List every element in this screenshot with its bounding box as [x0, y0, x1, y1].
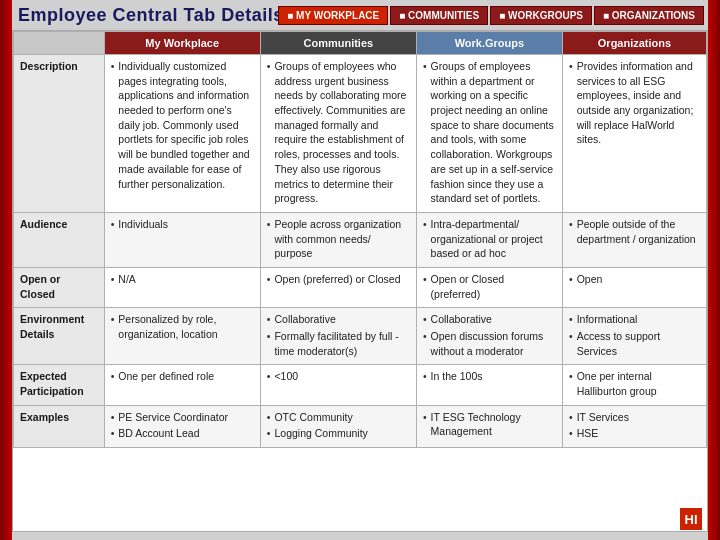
cell-openclosed-comm: Open (preferred) or Closed — [260, 267, 416, 307]
bullet-audience-comm: People across organization with common n… — [267, 217, 410, 261]
row-label-participation: Expected Participation — [14, 365, 105, 405]
bullet-openclosed-org: Open — [569, 272, 700, 287]
row-label-openclosed: Open or Closed — [14, 267, 105, 307]
organizations-icon: ■ — [603, 10, 609, 21]
cell-participation-wg: In the 100s — [416, 365, 562, 405]
cell-examples-org: IT Services HSE — [562, 405, 706, 447]
th-myworkplace: My Workplace — [104, 32, 260, 55]
bullet-examples-comm-2: Logging Community — [267, 426, 410, 441]
cell-description-mw: Individually customized pages integratin… — [104, 55, 260, 213]
bullet-envdetails-org-2: Access to support Services — [569, 329, 700, 358]
bullet-audience-wg: Intra-departmental/ organizational or pr… — [423, 217, 556, 261]
cell-description-org: Provides information and services to all… — [562, 55, 706, 213]
top-nav: ■ MY WORKPLACE ■ COMMUNITIES ■ WORKGROUP… — [278, 0, 708, 28]
myworkplace-icon: ■ — [287, 10, 293, 21]
bullet-envdetails-comm-2: Formally facilitated by full -time moder… — [267, 329, 410, 358]
table-row: Environment Details Personalized by role… — [14, 308, 707, 365]
cell-envdetails-mw: Personalized by role, organization, loca… — [104, 308, 260, 365]
title-bar: Employee Central Tab Details ■ MY WORKPL… — [12, 0, 708, 30]
cell-audience-wg: Intra-departmental/ organizational or pr… — [416, 212, 562, 267]
bullet-envdetails-comm-1: Collaborative — [267, 312, 410, 327]
bullet-description-mw: Individually customized pages integratin… — [111, 59, 254, 191]
nav-btn-workgroups[interactable]: ■ WORKGROUPS — [490, 6, 592, 25]
nav-btn-myworkplace[interactable]: ■ MY WORKPLACE — [278, 6, 388, 25]
cell-openclosed-mw: N/A — [104, 267, 260, 307]
table-row: Open or Closed N/A Open (preferred) or C… — [14, 267, 707, 307]
cell-envdetails-comm: Collaborative Formally facilitated by fu… — [260, 308, 416, 365]
bullet-envdetails-mw: Personalized by role, organization, loca… — [111, 312, 254, 341]
bullet-participation-org: One per internal Halliburton group — [569, 369, 700, 398]
bullet-participation-wg: In the 100s — [423, 369, 556, 384]
bullet-description-comm: Groups of employees who address urgent b… — [267, 59, 410, 206]
cell-envdetails-org: Informational Access to support Services — [562, 308, 706, 365]
communities-icon: ■ — [399, 10, 405, 21]
cell-description-wg: Groups of employees within a department … — [416, 55, 562, 213]
th-workgroups: Work.Groups — [416, 32, 562, 55]
bullet-openclosed-comm: Open (preferred) or Closed — [267, 272, 410, 287]
cell-openclosed-wg: Open or Closed (preferred) — [416, 267, 562, 307]
bullet-openclosed-mw: N/A — [111, 272, 254, 287]
row-label-envdetails: Environment Details — [14, 308, 105, 365]
nav-btn-communities[interactable]: ■ COMMUNITIES — [390, 6, 488, 25]
bullet-envdetails-org-1: Informational — [569, 312, 700, 327]
cell-examples-wg: IT ESG Technology Management — [416, 405, 562, 447]
bullet-envdetails-wg-1: Collaborative — [423, 312, 556, 327]
bullet-audience-mw: Individuals — [111, 217, 254, 232]
right-decoration — [708, 0, 720, 540]
left-decoration — [0, 0, 12, 540]
workgroups-icon: ■ — [499, 10, 505, 21]
bullet-envdetails-wg-2: Open discussion forums without a moderat… — [423, 329, 556, 358]
cell-envdetails-wg: Collaborative Open discussion forums wit… — [416, 308, 562, 365]
th-organizations: Organizations — [562, 32, 706, 55]
table-row: Audience Individuals People across organ… — [14, 212, 707, 267]
bullet-audience-org: People outside of the department / organ… — [569, 217, 700, 246]
th-communities: Communities — [260, 32, 416, 55]
content-area: My Workplace Communities Work.Groups Org… — [12, 30, 708, 532]
cell-participation-mw: One per defined role — [104, 365, 260, 405]
cell-examples-mw: PE Service Coordinator BD Account Lead — [104, 405, 260, 447]
bullet-examples-mw-1: PE Service Coordinator — [111, 410, 254, 425]
bullet-examples-org-1: IT Services — [569, 410, 700, 425]
bullet-participation-mw: One per defined role — [111, 369, 254, 384]
bullet-description-org: Provides information and services to all… — [569, 59, 700, 147]
bullet-examples-mw-2: BD Account Lead — [111, 426, 254, 441]
bullet-participation-comm: <100 — [267, 369, 410, 384]
bullet-examples-org-2: HSE — [569, 426, 700, 441]
bullet-examples-comm-1: OTC Community — [267, 410, 410, 425]
page-wrapper: Employee Central Tab Details ■ MY WORKPL… — [0, 0, 720, 540]
bullet-examples-wg-1: IT ESG Technology Management — [423, 410, 556, 439]
cell-audience-comm: People across organization with common n… — [260, 212, 416, 267]
bullet-openclosed-wg: Open or Closed (preferred) — [423, 272, 556, 301]
cell-audience-mw: Individuals — [104, 212, 260, 267]
main-table: My Workplace Communities Work.Groups Org… — [13, 31, 707, 448]
table-row: Description Individually customized page… — [14, 55, 707, 213]
th-empty — [14, 32, 105, 55]
cell-participation-org: One per internal Halliburton group — [562, 365, 706, 405]
cell-description-comm: Groups of employees who address urgent b… — [260, 55, 416, 213]
row-label-examples: Examples — [14, 405, 105, 447]
cell-openclosed-org: Open — [562, 267, 706, 307]
nav-btn-organizations[interactable]: ■ ORGANIZATIONS — [594, 6, 704, 25]
table-row-expected-participation: Expected Participation One per defined r… — [14, 365, 707, 405]
cell-audience-org: People outside of the department / organ… — [562, 212, 706, 267]
hi-logo: HI — [680, 508, 702, 530]
table-row: Examples PE Service Coordinator BD Accou… — [14, 405, 707, 447]
page-title: Employee Central Tab Details — [12, 5, 284, 26]
row-label-audience: Audience — [14, 212, 105, 267]
cell-examples-comm: OTC Community Logging Community — [260, 405, 416, 447]
cell-participation-comm: <100 — [260, 365, 416, 405]
row-label-description: Description — [14, 55, 105, 213]
bullet-description-wg: Groups of employees within a department … — [423, 59, 556, 206]
